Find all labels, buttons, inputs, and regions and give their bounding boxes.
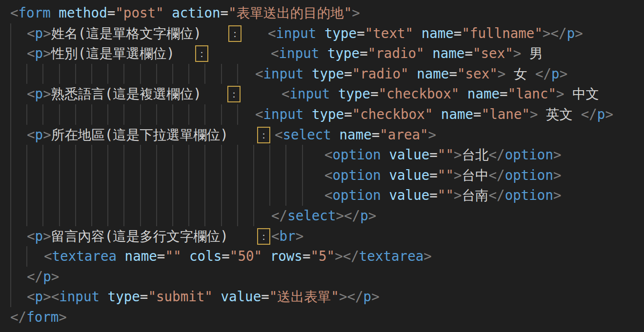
code-line-6[interactable]: <input type="checkbox" name="lane"> 英文 <… [0,104,644,125]
indent-guide [10,226,11,247]
token: type [312,106,344,122]
token: type [108,289,140,304]
token [316,25,324,41]
unicode-highlight-box: ： [257,127,270,143]
token [413,25,422,41]
token: "area" [380,127,428,142]
token: p [597,106,605,122]
code-line-14[interactable]: </p> [0,267,644,287]
code-line-8[interactable]: <option value="">台北</option> [0,145,644,165]
token: </ [535,66,551,81]
token: > [423,248,432,264]
token [51,5,59,20]
token: input [263,66,304,81]
token [381,167,389,183]
code-line-5[interactable]: <p>熟悉語言(這是複選欄位)：<input type="checkbox" n… [0,84,644,104]
code-line-16[interactable]: </form> [0,307,644,328]
token: 女 [505,66,535,81]
code-line-3[interactable]: <p>性別(這是單選欄位)：<input type="radio" name="… [0,43,644,64]
code-line-4[interactable]: <input type="radio" name="sex"> 女 </p> [0,64,644,84]
indent-guide [10,64,238,84]
token: option [505,187,553,203]
token [381,147,389,162]
token: name [125,248,157,264]
token: type [338,86,370,101]
token: > [553,167,562,183]
token: = [370,86,379,101]
code-line-2[interactable]: <p>姓名(這是單格文字欄位)：<input type="text" name=… [0,23,644,44]
token: </ [27,269,43,284]
token: < [27,25,35,41]
token: = [261,289,269,304]
token: < [324,187,333,203]
token: > [605,106,613,122]
token: select [283,127,331,142]
token: "lanc" [508,86,556,101]
token: < [282,86,290,101]
token: = [157,248,165,264]
code-line-9[interactable]: <option value="">台中</option> [0,165,644,186]
token [459,86,467,101]
code-line-11[interactable]: </select></p> [0,206,644,226]
code-line-13[interactable]: <textarea name="" cols="50" rows="5"></t… [0,246,644,267]
token: "" [438,187,454,203]
token: < [10,5,19,20]
token: = [429,167,438,183]
token: input [59,289,100,304]
token: value [389,187,429,203]
token [303,106,312,122]
code-run: </select></p> [271,206,376,226]
token: p [363,289,372,304]
token: > [553,187,562,203]
token: "submit" [148,289,212,304]
token [164,5,172,20]
token: < [271,45,279,61]
token: 所在地區(這是下拉選單欄位) [51,127,228,142]
token: p [551,66,560,81]
token: value [221,289,261,304]
token: > [513,45,522,61]
indent-guide [10,267,11,287]
token: < [268,25,276,41]
token: method [59,5,107,20]
token: = [360,45,368,61]
code-line-7[interactable]: <p>所在地區(這是下拉選單欄位)：<select name="area"> [0,125,644,145]
token: = [464,45,473,61]
code-line-1[interactable]: <form method="post" action="表單送出的目的地"> [0,3,644,23]
code-run: <select name="area"> [275,125,436,145]
token: "post" [115,5,163,20]
token: > [530,106,538,122]
token: > [352,5,360,20]
token: </ [581,106,597,122]
code-line-10[interactable]: <option value="">台南</option> [0,185,644,206]
code-run: </form> [10,307,67,328]
code-run: <input type="text" name="fullname"></p> [268,23,583,44]
token: "表單送出的目的地" [228,5,352,20]
token: > [428,127,437,142]
token: name [467,86,500,101]
code-run: <p>所在地區(這是下拉選單欄位) [27,125,228,145]
token: "checkbox" [379,86,460,101]
token: > [556,86,564,101]
token: > [454,167,462,183]
code-editor[interactable]: <form method="post" action="表單送出的目的地"><p… [0,0,644,332]
code-run: <textarea name="" cols="50" rows="5"></t… [44,246,432,267]
token: > [43,86,51,101]
code-line-15[interactable]: <p><input type="submit" value="送出表單"></p… [0,287,644,307]
token: 姓名(這是單格文字欄位) [51,25,201,41]
token: = [449,66,457,81]
token: option [505,167,553,183]
code-line-12[interactable]: <p>留言內容(這是多行文字欄位)：<br> [0,226,644,247]
token: > [454,187,462,203]
code-run: <option value="">台北</option> [324,145,562,165]
token: "sex" [457,66,498,81]
indent-guide [10,84,11,104]
token: "checkbox" [352,106,433,122]
token: "fullname" [462,25,543,41]
indent-guide [10,165,303,186]
token [433,106,441,122]
token: "50" [230,248,262,264]
token: = [140,289,148,304]
token: ></ [335,248,359,264]
token: p [567,25,575,41]
